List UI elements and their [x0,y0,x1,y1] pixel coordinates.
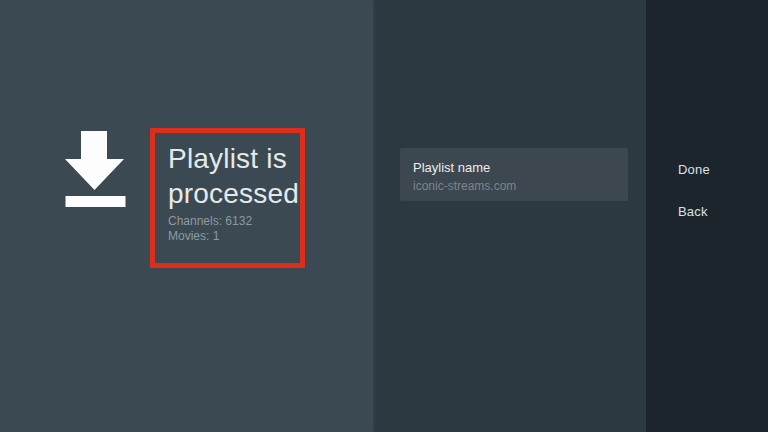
form-panel: Playlist name iconic-streams.com [373,0,646,432]
channels-count: Channels: 6132 [168,214,252,229]
action-panel: Done Back [646,0,768,432]
playlist-name-value: iconic-streams.com [413,179,616,193]
playlist-name-label: Playlist name [413,160,616,175]
status-panel: Playlist is processed Channels: 6132 Mov… [0,0,373,432]
movies-count: Movies: 1 [168,229,252,244]
playlist-name-field[interactable]: Playlist name iconic-streams.com [400,148,628,201]
back-button[interactable]: Back [678,204,708,219]
done-button[interactable]: Done [678,162,710,177]
download-icon [65,131,127,208]
tv-screen: Playlist is processed Channels: 6132 Mov… [0,0,768,432]
status-title: Playlist is processed [168,141,310,211]
status-stats: Channels: 6132 Movies: 1 [168,214,252,244]
